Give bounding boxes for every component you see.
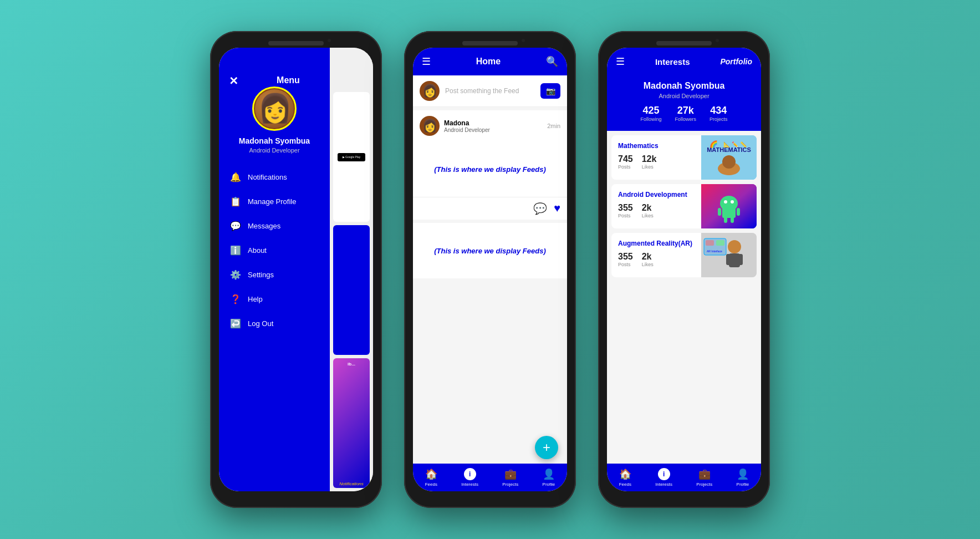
feed-user-info-1: Madona Android Developer (444, 119, 490, 133)
home-title: Home (476, 57, 501, 67)
interest-card-android[interactable]: Android Development 355 Posts 2k Likes (611, 184, 757, 228)
svg-rect-12 (722, 208, 736, 218)
stat-followers: 27k Followers (675, 105, 697, 122)
menu-item-notifications[interactable]: 🔔 Notifications (219, 165, 330, 189)
menu-item-settings[interactable]: ⚙️ Settings (219, 262, 330, 287)
projects-label-3: Projects (696, 482, 712, 487)
interest-card-ar[interactable]: Augmented Reality(AR) 355 Posts 2k Likes (611, 233, 757, 277)
logout-label: Log Out (248, 319, 273, 328)
menu-panel: ✕ Menu Madonah Syombua Android Developer… (219, 48, 330, 491)
svg-text:📏: 📏 (740, 141, 747, 148)
feed-username-1: Madona (444, 119, 490, 127)
menu-screen: ✕ Menu Madonah Syombua Android Developer… (219, 48, 373, 491)
feeds-label-3: Feeds (619, 482, 631, 487)
android-posts: 355 Posts (618, 203, 633, 218)
interests-header: ☰ Interests Portfolio (607, 48, 761, 75)
svg-rect-13 (718, 208, 721, 216)
home-screen: ☰ Home 🔍 👩 Post something the Feed 📷 👩 (413, 48, 567, 491)
svg-rect-23 (706, 240, 714, 246)
settings-label: Settings (248, 271, 274, 279)
svg-point-10 (724, 200, 727, 204)
feed-role-1: Android Developer (444, 127, 490, 133)
close-button[interactable]: ✕ (229, 74, 238, 88)
nav-feeds[interactable]: 🏠 Feeds (425, 468, 437, 487)
camera-button[interactable]: 📷 (540, 83, 560, 99)
project-label: Notifications (338, 480, 365, 488)
menu-title: Menu (247, 75, 330, 85)
google-play-badge: ▶ Google Play (338, 153, 365, 161)
android-likes-num: 2k (642, 203, 654, 213)
profile-stats: 425 Following 27k Followers 434 Projects (616, 105, 752, 122)
profile-label-3: Profile (737, 482, 749, 487)
interest-card-math[interactable]: Mathematics 745 Posts 12k Likes (611, 135, 757, 180)
menu-items-list: 🔔 Notifications 📋 Manage Profile 💬 Messa… (219, 165, 330, 335)
interest-stats-android: 355 Posts 2k Likes (618, 203, 695, 218)
phone-1-screen: ✕ Menu Madonah Syombua Android Developer… (219, 48, 373, 491)
fab-button[interactable]: + (535, 436, 558, 459)
messages-icon: 💬 (230, 220, 241, 231)
menu-item-messages[interactable]: 💬 Messages (219, 213, 330, 238)
following-num: 425 (642, 105, 659, 116)
feed-card-1: 👩 Madona Android Developer 2min (This is… (413, 110, 567, 220)
notifications-label: Notifications (248, 173, 287, 181)
phone-2-screen: ☰ Home 🔍 👩 Post something the Feed 📷 👩 (413, 48, 567, 491)
profile-icon-3: 👤 (737, 468, 749, 480)
hamburger-icon-3[interactable]: ☰ (616, 55, 625, 68)
post-placeholder[interactable]: Post something the Feed (445, 87, 535, 95)
nav-projects[interactable]: 💼 Projects (502, 468, 518, 487)
like-icon[interactable]: ♥ (554, 202, 560, 215)
app-thumbnails: ▶ Google Play ib... Notifications (330, 48, 373, 491)
feed-avatar-1: 👩 (420, 116, 440, 136)
nav-profile[interactable]: 👤 Profile (543, 468, 555, 487)
user-role: Android Developer (249, 147, 299, 154)
about-icon: ℹ️ (230, 245, 241, 256)
ar-posts: 355 Posts (618, 252, 633, 267)
interests-bottom-nav: 🏠 Feeds i Interests 💼 Projects 👤 Profile (607, 464, 761, 491)
interest-stats-ar: 355 Posts 2k Likes (618, 252, 695, 267)
profile-label: Profile (543, 482, 555, 487)
projects-icon-3: 💼 (698, 468, 711, 480)
followers-num: 27k (677, 105, 694, 116)
stat-following: 425 Following (640, 105, 661, 122)
manage-profile-icon: 📋 (230, 196, 241, 207)
interests-list: Mathematics 745 Posts 12k Likes (607, 131, 761, 464)
home-bottom-nav: 🏠 Feeds i Interests 💼 Projects 👤 Profile (413, 464, 567, 491)
user-name: Madonah Syombua (239, 136, 310, 145)
thumbnail-2 (333, 225, 370, 355)
interests-title: Interests (655, 57, 690, 67)
nav-profile-3[interactable]: 👤 Profile (737, 468, 749, 487)
nav-feeds-3[interactable]: 🏠 Feeds (619, 468, 631, 487)
nav-interests[interactable]: i Interests (461, 468, 478, 487)
home-header: ☰ Home 🔍 (413, 48, 567, 75)
hamburger-icon[interactable]: ☰ (422, 55, 431, 68)
portfolio-logo: Portfolio (720, 57, 752, 66)
interests-icon: i (464, 468, 476, 480)
feeds-label: Feeds (425, 482, 437, 487)
android-likes: 2k Likes (642, 203, 654, 218)
svg-point-7 (722, 155, 736, 169)
nav-projects-3[interactable]: 💼 Projects (696, 468, 712, 487)
menu-item-about[interactable]: ℹ️ About (219, 238, 330, 262)
notifications-icon: 🔔 (230, 171, 241, 182)
help-label: Help (248, 295, 263, 303)
messages-label: Messages (248, 222, 280, 230)
menu-item-manage-profile[interactable]: 📋 Manage Profile (219, 189, 330, 213)
comment-icon[interactable]: 💬 (533, 202, 547, 215)
svg-text:✏️: ✏️ (732, 141, 739, 148)
interests-icon-3: i (658, 468, 670, 480)
projects-num: 434 (710, 105, 727, 116)
menu-item-logout[interactable]: ↩️ Log Out (219, 311, 330, 335)
about-label: About (248, 246, 267, 255)
phone-1: ✕ Menu Madonah Syombua Android Developer… (210, 31, 382, 508)
interest-stats-math: 745 Posts 12k Likes (618, 154, 695, 170)
menu-item-help[interactable]: ❓ Help (219, 287, 330, 311)
feed-content-1: (This is where we display Feeds) (413, 141, 567, 197)
ar-posts-num: 355 (618, 252, 633, 262)
search-icon[interactable]: 🔍 (546, 55, 558, 68)
profile-role: Android Developer (616, 93, 752, 99)
stat-projects: 434 Projects (710, 105, 728, 122)
interests-label-3: Interests (655, 482, 672, 487)
math-posts-num: 745 (618, 154, 633, 164)
thumbnail-3: ib... Notifications (333, 358, 370, 488)
nav-interests-3[interactable]: i Interests (655, 468, 672, 487)
